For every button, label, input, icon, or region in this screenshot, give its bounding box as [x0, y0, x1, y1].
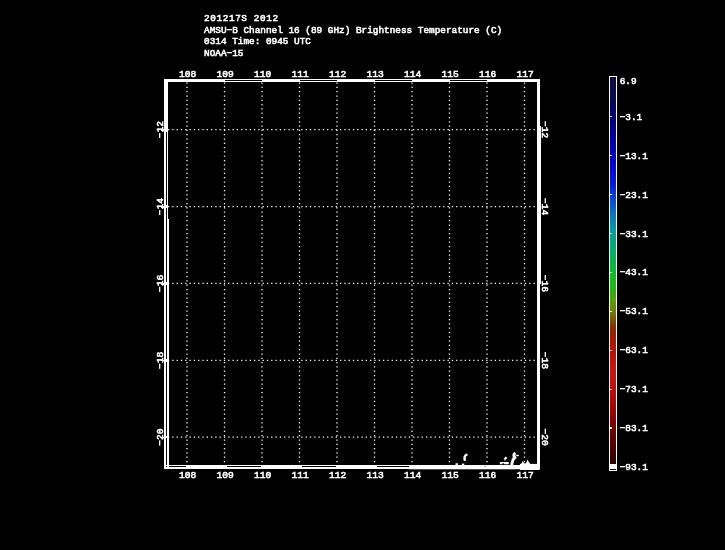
svg-text:−63.1: −63.1 — [620, 345, 649, 356]
svg-text:115: 115 — [442, 470, 460, 481]
svg-text:−3.1: −3.1 — [620, 112, 643, 123]
svg-text:114: 114 — [404, 470, 422, 481]
svg-text:6.9: 6.9 — [620, 76, 637, 87]
svg-text:NOAA−15: NOAA−15 — [204, 48, 244, 59]
svg-text:112: 112 — [329, 470, 347, 481]
svg-text:−16: −16 — [539, 275, 550, 293]
svg-text:117: 117 — [517, 470, 534, 481]
svg-text:114: 114 — [404, 69, 422, 80]
svg-text:−18: −18 — [155, 351, 166, 369]
svg-text:−43.1: −43.1 — [620, 267, 649, 278]
svg-text:−14: −14 — [155, 198, 166, 216]
svg-text:115: 115 — [442, 69, 460, 80]
svg-text:−73.1: −73.1 — [620, 384, 649, 395]
svg-text:109: 109 — [217, 470, 235, 481]
svg-text:113: 113 — [367, 470, 385, 481]
svg-text:111: 111 — [292, 69, 310, 80]
svg-text:−20: −20 — [539, 428, 550, 446]
svg-text:112: 112 — [329, 69, 347, 80]
svg-text:0314 Time: 0945 UTC: 0314 Time: 0945 UTC — [204, 36, 311, 47]
svg-text:−13.1: −13.1 — [620, 151, 649, 162]
svg-text:−83.1: −83.1 — [620, 423, 649, 434]
svg-text:111: 111 — [292, 470, 310, 481]
svg-text:−12: −12 — [539, 121, 550, 139]
svg-text:116: 116 — [479, 69, 497, 80]
svg-text:108: 108 — [179, 69, 197, 80]
svg-text:−53.1: −53.1 — [620, 306, 649, 317]
svg-text:AMSU−B Channel 16 (89 GHz) Bri: AMSU−B Channel 16 (89 GHz) Brightness Te… — [204, 25, 502, 36]
svg-text:−16: −16 — [155, 275, 166, 293]
svg-text:117: 117 — [517, 69, 534, 80]
svg-text:−93.1: −93.1 — [620, 462, 649, 473]
svg-text:110: 110 — [254, 470, 272, 481]
svg-text:113: 113 — [367, 69, 385, 80]
svg-text:108: 108 — [179, 470, 197, 481]
svg-text:−33.1: −33.1 — [620, 229, 649, 240]
svg-text:110: 110 — [254, 69, 272, 80]
svg-text:−18: −18 — [539, 352, 550, 370]
svg-text:−12: −12 — [155, 121, 166, 139]
svg-text:116: 116 — [479, 470, 497, 481]
svg-text:−20: −20 — [155, 428, 166, 446]
svg-text:201217S 2012: 201217S 2012 — [204, 13, 279, 24]
svg-text:−23.1: −23.1 — [620, 190, 649, 201]
svg-text:109: 109 — [217, 69, 235, 80]
svg-text:−14: −14 — [539, 198, 550, 216]
